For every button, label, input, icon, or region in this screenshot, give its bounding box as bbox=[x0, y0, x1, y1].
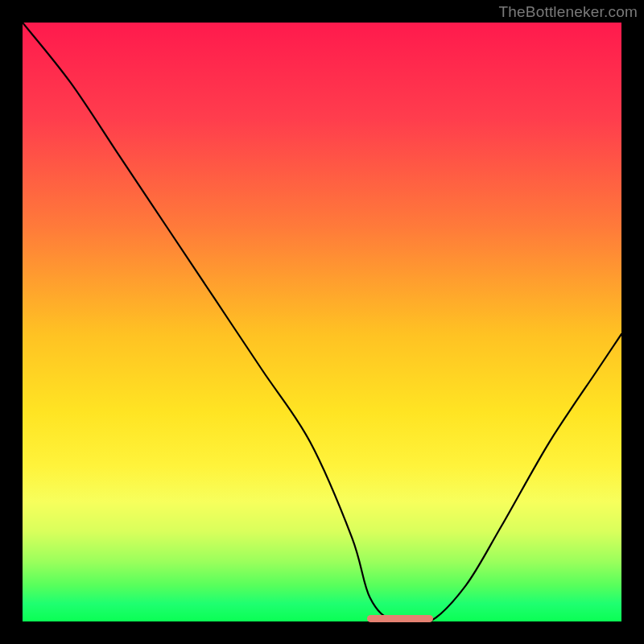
chart-frame: TheBottleneker.com bbox=[0, 0, 644, 644]
optimal-range-marker bbox=[367, 615, 433, 622]
plot-area bbox=[23, 23, 621, 621]
watermark-text: TheBottleneker.com bbox=[498, 3, 638, 21]
bottleneck-curve bbox=[23, 23, 621, 621]
